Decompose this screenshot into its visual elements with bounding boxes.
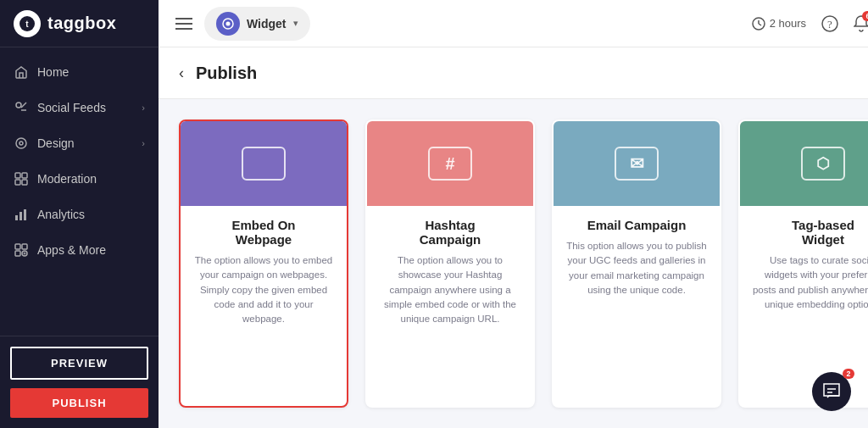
sidebar-item-moderation[interactable]: Moderation [0, 161, 159, 197]
sidebar: t taggbox Home Social Feeds [0, 0, 159, 428]
sidebar-item-home-label: Home [37, 65, 69, 79]
sidebar-item-moderation-label: Moderation [37, 172, 97, 186]
svg-rect-13 [24, 209, 26, 220]
svg-rect-12 [19, 212, 22, 220]
panel-title: Publish [196, 64, 868, 83]
chat-badge: 2 [843, 369, 854, 379]
help-icon[interactable]: ? [821, 15, 838, 32]
topbar-time: 2 hours [752, 17, 806, 31]
svg-point-2 [16, 103, 21, 108]
sidebar-item-analytics-label: Analytics [37, 208, 85, 221]
svg-text:?: ? [827, 18, 832, 31]
sidebar-item-social-feeds[interactable]: Social Feeds › [0, 90, 159, 125]
card-desc-hashtag: The option allows you to showcase your H… [379, 253, 521, 326]
publish-card-tagbased[interactable]: ⬡ Tag-basedWidget Use tags to curate soc… [738, 120, 868, 408]
card-icon-area-tagbased: ⬡ [740, 121, 868, 206]
logo-icon: t [14, 10, 41, 37]
sidebar-footer: PREVIEW PUBLISH [0, 336, 159, 428]
apps-more-icon [14, 242, 29, 258]
time-label: 2 hours [770, 17, 806, 30]
card-title-email: Email Campaign [565, 218, 708, 232]
card-title-tagbased: Tag-basedWidget [752, 218, 868, 247]
svg-point-6 [19, 142, 23, 145]
social-feeds-icon [14, 100, 29, 115]
card-body-embed: Embed OnWebpage The option allows you to… [181, 206, 347, 340]
card-icon-area-embed [181, 121, 347, 206]
widget-dropdown-icon: ▾ [293, 18, 298, 29]
sidebar-item-analytics[interactable]: Analytics [0, 197, 159, 232]
svg-line-27 [759, 24, 761, 25]
card-desc-email: This option allows you to publish your U… [565, 239, 708, 297]
widget-icon [216, 12, 240, 36]
design-chevron-icon: › [142, 138, 145, 148]
widget-selector[interactable]: Widget ▾ [204, 7, 310, 41]
topbar-right: 2 hours ? 6 [752, 10, 868, 37]
publish-card-hashtag[interactable]: # HashtagCampaign The option allows you … [365, 120, 535, 408]
notification-badge: 6 [862, 11, 868, 21]
publish-card-email[interactable]: ✉ Email Campaign This option allows you … [552, 120, 721, 408]
design-icon [14, 136, 29, 151]
card-icon-area-email: ✉ [554, 121, 720, 206]
sidebar-item-social-feeds-label: Social Feeds [37, 101, 106, 114]
sidebar-item-apps-more[interactable]: Apps & More [0, 232, 159, 268]
svg-rect-9 [15, 180, 20, 185]
widget-label: Widget [247, 17, 287, 31]
svg-rect-15 [22, 244, 27, 249]
preview-button[interactable]: PREVIEW [10, 347, 148, 380]
card-icon-tagbased: ⬡ [801, 147, 845, 181]
svg-rect-11 [15, 215, 18, 220]
home-icon [14, 64, 29, 80]
svg-rect-10 [22, 180, 27, 185]
svg-point-5 [16, 138, 26, 148]
menu-icon[interactable] [175, 17, 192, 31]
sidebar-item-design[interactable]: Design › [0, 125, 159, 161]
card-icon-embed [242, 147, 286, 181]
sidebar-item-apps-more-label: Apps & More [37, 243, 106, 257]
sidebar-nav: Home Social Feeds › Design › [0, 47, 159, 336]
cards-container: Embed OnWebpage The option allows you to… [159, 99, 868, 428]
content-panel: ‹ Publish ✕ Embed OnWebpage The option a… [159, 47, 868, 428]
card-body-email: Email Campaign This option allows you to… [554, 206, 720, 311]
publish-button[interactable]: PUBLISH [10, 388, 148, 418]
social-feeds-chevron-icon: › [142, 103, 145, 113]
card-desc-embed: The option allows you to embed your camp… [192, 253, 335, 326]
back-button[interactable]: ‹ [179, 64, 184, 82]
moderation-icon [14, 171, 29, 186]
logo-text: taggbox [47, 14, 116, 33]
svg-line-3 [21, 103, 26, 108]
sidebar-item-design-label: Design [37, 136, 75, 150]
card-icon-email: ✉ [615, 147, 659, 181]
svg-point-24 [226, 21, 231, 25]
card-desc-tagbased: Use tags to curate social widgets with y… [752, 253, 868, 312]
chat-widget[interactable]: 2 [812, 372, 851, 411]
main-area: Widget ▾ 2 hours ? [159, 0, 868, 428]
sidebar-item-home[interactable]: Home [0, 54, 159, 90]
card-icon-hashtag: # [428, 147, 472, 181]
svg-rect-7 [15, 173, 20, 178]
card-icon-area-hashtag: # [367, 121, 533, 206]
card-title-embed: Embed OnWebpage [192, 218, 335, 247]
card-body-tagbased: Tag-basedWidget Use tags to curate socia… [740, 206, 868, 325]
notification-icon[interactable]: 6 [854, 15, 868, 32]
panel-header: ‹ Publish ✕ [159, 47, 868, 99]
topbar: Widget ▾ 2 hours ? [159, 0, 868, 47]
publish-card-embed[interactable]: Embed OnWebpage The option allows you to… [179, 120, 348, 408]
analytics-icon [14, 207, 29, 222]
svg-rect-14 [15, 244, 20, 249]
card-title-hashtag: HashtagCampaign [379, 218, 521, 247]
card-body-hashtag: HashtagCampaign The option allows you to… [367, 206, 533, 340]
svg-rect-16 [15, 251, 20, 256]
svg-rect-8 [22, 173, 27, 178]
sidebar-logo: t taggbox [0, 0, 159, 47]
